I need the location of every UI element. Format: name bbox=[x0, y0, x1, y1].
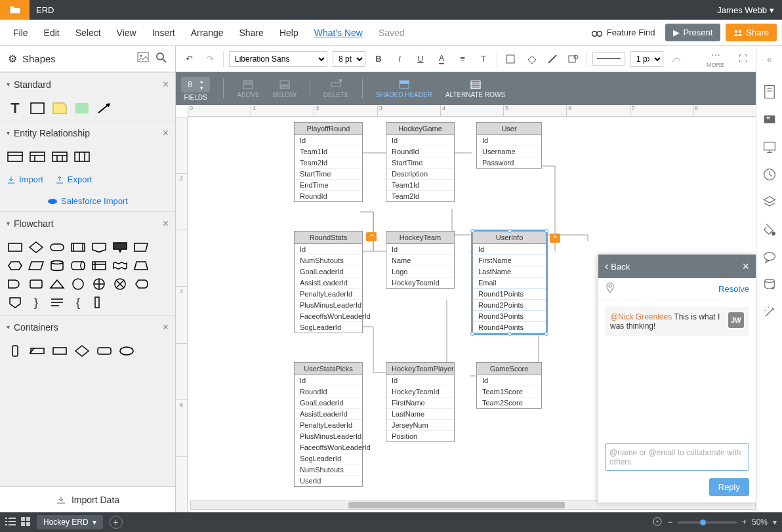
textcolor-icon[interactable]: A bbox=[434, 51, 449, 67]
close-icon[interactable]: × bbox=[163, 321, 169, 333]
shape-icon[interactable] bbox=[566, 51, 581, 67]
menu-view[interactable]: View bbox=[109, 28, 144, 38]
fc-square[interactable] bbox=[91, 295, 108, 310]
fc-predef[interactable] bbox=[70, 240, 87, 255]
fc-internal[interactable] bbox=[91, 258, 108, 273]
fc-terminator[interactable] bbox=[49, 240, 66, 255]
zoom-out[interactable]: − bbox=[668, 518, 672, 527]
comment-bubble-icon[interactable] bbox=[762, 249, 777, 265]
fc-manual[interactable] bbox=[133, 240, 150, 255]
magic-icon[interactable] bbox=[762, 304, 777, 320]
align-icon[interactable]: ≡ bbox=[455, 51, 470, 67]
fc-tape[interactable] bbox=[112, 258, 129, 273]
list-view-icon[interactable] bbox=[5, 517, 16, 528]
fc-db[interactable] bbox=[49, 258, 66, 273]
fc-trap[interactable] bbox=[133, 258, 150, 273]
page-tab[interactable]: Hockey ERD▾ bbox=[37, 515, 103, 529]
undo-icon[interactable]: ↶ bbox=[181, 51, 197, 67]
import-data-button[interactable]: Import Data bbox=[0, 486, 175, 512]
feature-find[interactable]: Feature Find bbox=[591, 28, 661, 37]
arrow-shape[interactable] bbox=[96, 101, 113, 115]
c-pill[interactable] bbox=[7, 344, 24, 358]
zoom-slider[interactable] bbox=[678, 522, 737, 523]
comment-tag[interactable]: ❝ bbox=[550, 234, 560, 243]
reply-input[interactable] bbox=[605, 443, 749, 471]
menu-insert[interactable]: Insert bbox=[144, 28, 183, 38]
add-page-button[interactable]: + bbox=[110, 516, 123, 529]
menu-file[interactable]: File bbox=[5, 28, 36, 38]
close-icon[interactable]: × bbox=[163, 127, 169, 139]
c-rect2[interactable] bbox=[51, 344, 68, 358]
doc-name[interactable]: ERD bbox=[30, 5, 54, 15]
resolve-button[interactable]: Resolve bbox=[718, 284, 749, 294]
more-button[interactable]: ⋯MORE bbox=[707, 50, 724, 68]
c-rnd[interactable] bbox=[96, 344, 113, 358]
fc-circle[interactable] bbox=[70, 277, 87, 291]
reply-button[interactable]: Reply bbox=[709, 478, 749, 496]
table-playoffround[interactable]: PlayoffRound Id Team1Id Team2Id StartTim… bbox=[294, 122, 363, 202]
fc-rect2[interactable] bbox=[28, 277, 45, 291]
delete-button[interactable]: ×DELETE bbox=[323, 79, 349, 98]
table-userinfo[interactable]: UserInfo Id FirstName LastName Email Rou… bbox=[472, 231, 546, 334]
fields-stepper[interactable]: 8▴▾FIELDS bbox=[181, 77, 210, 101]
table-userstatspicks[interactable]: UserStatsPicks Id RoundId GoalLeaderId A… bbox=[294, 362, 363, 487]
above-button[interactable]: ABOVE bbox=[237, 79, 259, 98]
close-icon[interactable]: × bbox=[163, 218, 169, 230]
history-icon[interactable] bbox=[762, 167, 777, 182]
menu-arrange[interactable]: Arrange bbox=[183, 28, 232, 38]
shaded-button[interactable]: SHADED HEADER bbox=[376, 79, 432, 98]
c-dia[interactable] bbox=[73, 344, 91, 358]
section-standard[interactable]: ▾Standard× bbox=[0, 72, 175, 96]
line-icon[interactable] bbox=[545, 51, 560, 67]
er-shape-3[interactable] bbox=[51, 150, 68, 164]
menu-select[interactable]: Select bbox=[68, 28, 109, 38]
folder-icon[interactable] bbox=[0, 0, 30, 20]
zoom-in[interactable]: + bbox=[742, 518, 747, 527]
pin-icon[interactable] bbox=[605, 282, 615, 296]
underline-icon[interactable]: U bbox=[413, 51, 428, 67]
share-button[interactable]: Share bbox=[726, 24, 777, 41]
section-er[interactable]: ▾Entity Relationship× bbox=[0, 121, 175, 144]
back-button[interactable]: ‹Back bbox=[605, 260, 630, 272]
menu-share[interactable]: Share bbox=[232, 28, 272, 38]
close-icon[interactable]: × bbox=[163, 79, 169, 91]
c-ell[interactable] bbox=[118, 344, 135, 358]
below-button[interactable]: BELOW bbox=[273, 79, 297, 98]
import-action[interactable]: Import bbox=[7, 174, 43, 184]
note-shape[interactable] bbox=[51, 101, 68, 115]
target-icon[interactable] bbox=[652, 516, 663, 529]
section-flowchart[interactable]: ▾Flowchart× bbox=[0, 211, 175, 235]
lineend-icon[interactable] bbox=[669, 51, 684, 67]
redo-icon[interactable]: ↷ bbox=[202, 51, 218, 67]
quote-icon[interactable]: ❞ bbox=[762, 112, 777, 127]
data-icon[interactable] bbox=[762, 277, 777, 293]
fullscreen-icon[interactable]: ⛶ bbox=[735, 51, 751, 67]
fc-lines[interactable] bbox=[49, 295, 66, 310]
bold-icon[interactable]: B bbox=[371, 51, 386, 67]
er-shape-1[interactable] bbox=[7, 150, 24, 164]
linewidth-select[interactable]: 1 px bbox=[630, 51, 663, 67]
fc-direct[interactable] bbox=[70, 258, 87, 273]
presentation-icon[interactable] bbox=[762, 139, 777, 155]
menu-help[interactable]: Help bbox=[272, 28, 306, 38]
zoom-level[interactable]: 50% bbox=[752, 518, 768, 527]
user-menu[interactable]: James Webb▾ bbox=[717, 5, 782, 15]
font-select[interactable]: Liberation Sans bbox=[229, 51, 327, 67]
image-icon[interactable] bbox=[137, 52, 149, 66]
fc-and[interactable] bbox=[7, 277, 24, 291]
table-roundstats[interactable]: RoundStats Id NumShutouts GoalLeaderId A… bbox=[294, 231, 363, 333]
size-select[interactable]: 8 pt bbox=[333, 51, 365, 67]
fc-hex[interactable] bbox=[7, 258, 24, 273]
gear-icon[interactable]: ⚙ bbox=[8, 52, 17, 65]
fc-or[interactable] bbox=[112, 277, 129, 291]
table-hockeyteamplayer[interactable]: HockeyTeamPlayer Id HockeyTeamId FirstNa… bbox=[386, 362, 455, 442]
collapse-icon[interactable]: « bbox=[762, 51, 777, 67]
search-icon[interactable] bbox=[155, 52, 167, 66]
export-action[interactable]: Export bbox=[55, 174, 93, 184]
fc-off[interactable] bbox=[7, 295, 24, 310]
close-icon[interactable]: × bbox=[742, 260, 749, 274]
fc-rect[interactable] bbox=[7, 240, 24, 255]
fc-para[interactable] bbox=[28, 258, 45, 273]
table-user[interactable]: User Id Username Password bbox=[476, 122, 542, 169]
fc-brace2[interactable]: { bbox=[70, 295, 87, 310]
